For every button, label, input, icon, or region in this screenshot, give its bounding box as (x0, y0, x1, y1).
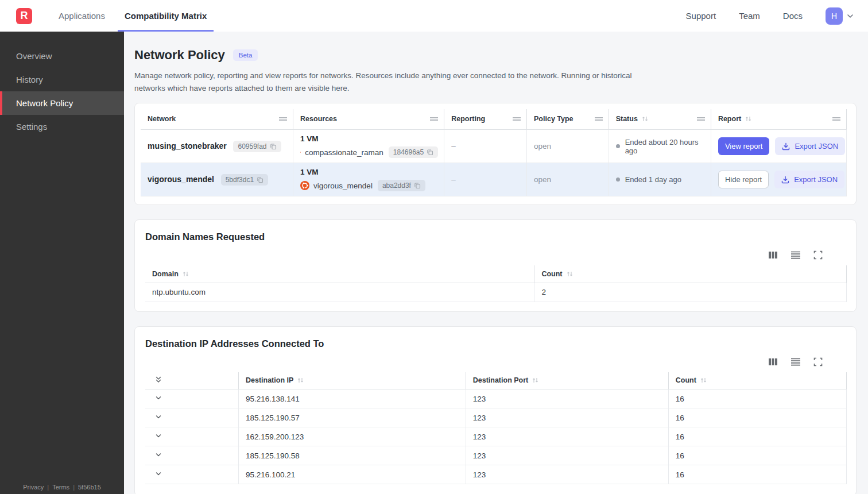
docs-link[interactable]: Docs (783, 11, 803, 21)
expand-row-cell[interactable] (145, 446, 238, 465)
resource-name: compassionate_raman (305, 148, 383, 157)
col-expand-all[interactable] (145, 372, 238, 389)
domain-row: ntp.ubuntu.com 2 (145, 283, 847, 302)
column-handle-icon[interactable] (832, 115, 840, 123)
sort-icon[interactable] (745, 115, 752, 122)
fullscreen-icon[interactable] (813, 357, 823, 366)
chevron-down-icon[interactable] (154, 394, 162, 402)
count-cell: 16 (668, 389, 846, 408)
topnav-right: Support Team Docs H (686, 7, 854, 25)
chevron-down-icon[interactable] (154, 413, 162, 421)
tab-compatibility-matrix[interactable]: Compatibility Matrix (118, 0, 214, 32)
column-handle-icon[interactable] (430, 115, 438, 123)
table-toolbar (145, 357, 847, 366)
column-handle-icon[interactable] (595, 115, 603, 123)
app-logo[interactable]: R (16, 8, 32, 24)
resource-id-pill[interactable]: 184696a5 (389, 146, 438, 158)
sort-icon[interactable] (641, 115, 649, 122)
sidebar-item-history[interactable]: History (0, 68, 124, 91)
network-name-cell: vigorous_mendel 5bdf3dc1 (141, 163, 293, 196)
resource-id-pill[interactable]: aba2dd3f (378, 180, 425, 191)
count-cell: 16 (668, 427, 846, 446)
network-id-pill[interactable]: 5bdf3dc1 (221, 174, 268, 186)
sort-icon[interactable] (566, 271, 574, 277)
fullscreen-icon[interactable] (813, 250, 823, 260)
network-id-pill[interactable]: 60959fad (233, 141, 281, 152)
destinations-table: Destination IP Destination Port Count 95… (145, 372, 847, 485)
column-handle-icon[interactable] (279, 115, 287, 123)
columns-icon[interactable] (768, 250, 778, 260)
sidebar-footer: Privacy|Terms|5f56b15 (0, 484, 124, 491)
support-link[interactable]: Support (686, 11, 716, 21)
view-report-button[interactable]: View report (718, 137, 770, 155)
privacy-link[interactable]: Privacy (23, 484, 44, 491)
expand-row-cell[interactable] (145, 427, 238, 446)
copy-icon[interactable] (257, 176, 264, 183)
network-row: musing_stonebraker 60959fad 1 VM compass… (141, 130, 847, 163)
sidebar: Overview History Network Policy Settings… (0, 32, 124, 494)
avatar[interactable]: H (826, 7, 843, 25)
ubuntu-icon (300, 148, 301, 157)
destination-port-cell: 123 (466, 465, 668, 484)
copy-icon[interactable] (427, 149, 433, 156)
count-cell: 16 (668, 446, 846, 465)
chevron-down-icon[interactable] (154, 470, 162, 478)
columns-icon[interactable] (768, 357, 778, 366)
download-icon (782, 142, 790, 150)
domains-card: Domain Names Requested Domain Count (134, 219, 857, 312)
column-handle-icon[interactable] (697, 115, 705, 123)
hide-report-button[interactable]: Hide report (718, 171, 769, 188)
copy-icon[interactable] (414, 182, 421, 189)
expand-row-cell[interactable] (145, 408, 238, 427)
vm-count: 1 VM (300, 168, 438, 176)
destination-ip-cell: 162.159.200.123 (238, 427, 466, 446)
col-policy-type[interactable]: Policy Type (527, 109, 609, 130)
team-link[interactable]: Team (739, 11, 760, 21)
report-cell: Hide report Export JSON (711, 163, 846, 196)
sort-icon[interactable] (182, 271, 189, 277)
expand-row-cell[interactable] (145, 389, 238, 408)
sidebar-item-settings[interactable]: Settings (0, 115, 124, 138)
col-count[interactable]: Count (668, 372, 846, 389)
sidebar-item-overview[interactable]: Overview (0, 44, 124, 68)
export-json-button[interactable]: Export JSON (775, 137, 845, 155)
destination-port-cell: 123 (466, 389, 668, 408)
chevron-down-icon[interactable] (154, 432, 162, 440)
col-report[interactable]: Report (711, 109, 846, 130)
sort-icon[interactable] (532, 377, 539, 384)
export-json-button[interactable]: Export JSON (774, 171, 844, 188)
network-name: musing_stonebraker (148, 141, 227, 150)
sort-icon[interactable] (700, 377, 707, 384)
col-destination-ip[interactable]: Destination IP (238, 372, 466, 389)
copy-icon[interactable] (270, 143, 277, 150)
page-title: Network Policy (134, 48, 225, 63)
expand-row-cell[interactable] (145, 465, 238, 484)
networks-card: Network Resources Reporting Policy Type … (134, 103, 857, 206)
user-menu[interactable]: H (826, 7, 854, 25)
double-chevron-down-icon[interactable] (154, 376, 162, 384)
beta-badge: Beta (233, 49, 258, 61)
chevron-down-icon[interactable] (154, 451, 162, 459)
sidebar-item-network-policy[interactable]: Network Policy (0, 91, 124, 115)
status-cell: Ended about 20 hours ago (609, 130, 711, 163)
top-navigation: R Applications Compatibility Matrix Supp… (0, 0, 868, 32)
col-resources[interactable]: Resources (293, 109, 444, 130)
row-density-icon[interactable] (790, 357, 801, 366)
main-content: Network Policy Beta Manage network polic… (124, 32, 868, 494)
domains-header-row: Domain Count (145, 265, 847, 283)
col-reporting[interactable]: Reporting (444, 109, 527, 130)
col-status[interactable]: Status (609, 109, 711, 130)
destination-ip-cell: 185.125.190.57 (238, 408, 466, 427)
col-network[interactable]: Network (141, 109, 293, 130)
domain-cell: ntp.ubuntu.com (145, 283, 534, 302)
column-handle-icon[interactable] (513, 115, 521, 123)
chevron-down-icon[interactable] (846, 12, 854, 20)
tab-applications[interactable]: Applications (52, 0, 112, 32)
col-destination-port[interactable]: Destination Port (466, 372, 668, 389)
sort-icon[interactable] (297, 377, 304, 384)
col-count[interactable]: Count (534, 265, 847, 283)
build-hash: 5f56b15 (78, 484, 101, 491)
row-density-icon[interactable] (790, 250, 801, 260)
terms-link[interactable]: Terms (52, 484, 69, 491)
col-domain[interactable]: Domain (145, 265, 534, 283)
